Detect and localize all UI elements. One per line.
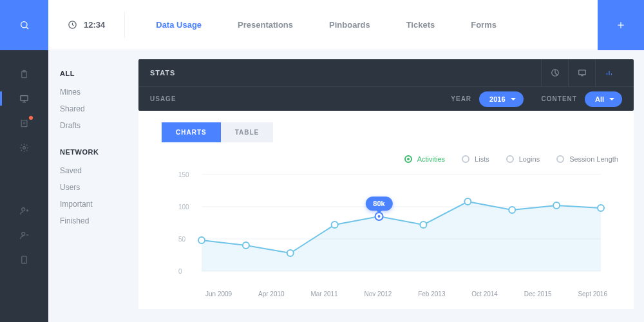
notification-dot <box>29 116 33 120</box>
sidebar-heading-all: ALL <box>60 70 138 77</box>
radio-icon <box>556 155 564 163</box>
icon-rail <box>0 0 48 322</box>
chart-tooltip: 80k <box>365 196 392 211</box>
filter-label-year: YEAR <box>451 95 471 102</box>
notes-icon <box>19 118 29 128</box>
legend-lists[interactable]: Lists <box>462 155 489 163</box>
xtick: Dec 2015 <box>524 290 552 298</box>
radio-icon <box>506 155 514 163</box>
radio-icon <box>404 155 412 163</box>
svg-rect-22 <box>578 70 585 75</box>
rail-item-user-add[interactable] <box>0 198 48 223</box>
xtick: Oct 2014 <box>471 290 498 298</box>
sidebar-item-shared[interactable]: Shared <box>60 100 138 117</box>
stats-header: STATS <box>138 59 634 86</box>
xtick: Feb 2013 <box>418 290 445 298</box>
svg-rect-4 <box>21 95 28 100</box>
xtick: Sept 2016 <box>578 290 607 298</box>
xtick: Apr 2010 <box>258 290 285 298</box>
svg-point-32 <box>243 242 249 249</box>
svg-point-14 <box>22 232 25 235</box>
chart-icon <box>605 68 614 77</box>
svg-point-31 <box>198 237 205 243</box>
legend-logins[interactable]: Logins <box>506 155 540 163</box>
filter-bar: USAGE YEAR 2016 CONTENT All <box>138 86 634 111</box>
stats-view-chart[interactable] <box>595 59 622 86</box>
chart-legend: Activities Lists Logins Session Length <box>150 151 622 169</box>
rail-item-device[interactable] <box>0 247 48 272</box>
ytick: 50 <box>178 236 185 243</box>
chart-svg <box>150 169 607 279</box>
rail-item-presentation[interactable] <box>0 86 48 111</box>
svg-point-41 <box>598 205 604 211</box>
svg-point-0 <box>21 22 26 28</box>
svg-point-33 <box>287 250 294 256</box>
radio-icon <box>462 155 469 163</box>
clock-time: 12:34 <box>84 20 105 30</box>
user-minus-icon <box>19 231 29 240</box>
tablet-icon <box>19 255 29 265</box>
topbar: 12:34 Data Usage Presentations Pinboards… <box>48 0 644 50</box>
svg-point-40 <box>553 202 560 209</box>
nav-tabs: Data Usage Presentations Pinboards Ticke… <box>125 20 598 30</box>
svg-point-11 <box>22 207 25 211</box>
stats-title: STATS <box>150 69 175 77</box>
filter-label-content: CONTENT <box>542 95 577 102</box>
ytick: 150 <box>178 171 189 178</box>
year-select[interactable]: 2016 <box>479 91 523 107</box>
ytick: 0 <box>178 268 182 275</box>
svg-point-39 <box>509 207 515 213</box>
main-column: 12:34 Data Usage Presentations Pinboards… <box>48 0 644 322</box>
legend-session[interactable]: Session Length <box>556 155 618 163</box>
search-button[interactable] <box>0 0 48 50</box>
filter-label-usage: USAGE <box>150 95 176 102</box>
line-chart: 150 100 50 0 80k <box>150 169 607 285</box>
sidebar: ALL Mines Shared Drafts NETWORK Saved Us… <box>48 50 138 322</box>
pie-icon <box>551 68 560 77</box>
clock: 12:34 <box>48 12 125 38</box>
stats-view-monitor[interactable] <box>568 59 595 86</box>
svg-line-1 <box>26 27 28 29</box>
stats-panel: STATS USAGE <box>138 50 644 322</box>
clipboard-icon <box>19 70 29 79</box>
toggle-table[interactable]: TABLE <box>221 122 274 142</box>
rail-item-settings[interactable] <box>0 135 48 160</box>
sidebar-item-saved[interactable]: Saved <box>60 162 138 179</box>
sidebar-heading-network: NETWORK <box>60 148 138 156</box>
view-toggle: CHARTS TABLE <box>150 111 622 151</box>
tab-data-usage[interactable]: Data Usage <box>156 20 202 30</box>
svg-point-36 <box>378 215 381 218</box>
sidebar-item-mines[interactable]: Mines <box>60 84 138 100</box>
stats-view-pie[interactable] <box>541 59 568 86</box>
tab-pinboards[interactable]: Pinboards <box>329 20 370 30</box>
toggle-charts[interactable]: CHARTS <box>162 122 221 142</box>
monitor-icon <box>578 68 587 77</box>
legend-activities[interactable]: Activities <box>404 155 445 163</box>
xtick: Nov 2012 <box>365 290 392 298</box>
sidebar-item-important[interactable]: Important <box>60 196 138 213</box>
rail-item-clipboard[interactable] <box>0 62 48 86</box>
gear-icon <box>19 143 29 153</box>
content-select[interactable]: All <box>585 91 622 107</box>
add-button[interactable] <box>598 0 644 50</box>
rail-item-user-remove[interactable] <box>0 223 48 247</box>
chart-card: CHARTS TABLE Activities Lists Logins Ses… <box>138 111 634 309</box>
svg-point-10 <box>23 146 26 149</box>
svg-point-38 <box>464 198 471 205</box>
xtick: Mar 2011 <box>310 290 337 298</box>
xtick: Jun 2009 <box>205 290 232 298</box>
search-icon <box>19 20 30 30</box>
presentation-icon <box>19 94 29 104</box>
sidebar-item-finished[interactable]: Finished <box>60 213 138 229</box>
x-axis-labels: Jun 2009Apr 2010Mar 2011Nov 2012Feb 2013… <box>150 285 607 298</box>
ytick: 100 <box>178 204 189 211</box>
tab-tickets[interactable]: Tickets <box>406 20 435 30</box>
sidebar-item-drafts[interactable]: Drafts <box>60 117 138 134</box>
svg-point-37 <box>420 222 426 228</box>
rail-item-notes[interactable] <box>0 111 48 135</box>
sidebar-item-users[interactable]: Users <box>60 179 138 196</box>
tab-forms[interactable]: Forms <box>471 20 497 30</box>
user-plus-icon <box>19 206 29 216</box>
tab-presentations[interactable]: Presentations <box>238 20 293 30</box>
clock-icon <box>68 20 77 30</box>
